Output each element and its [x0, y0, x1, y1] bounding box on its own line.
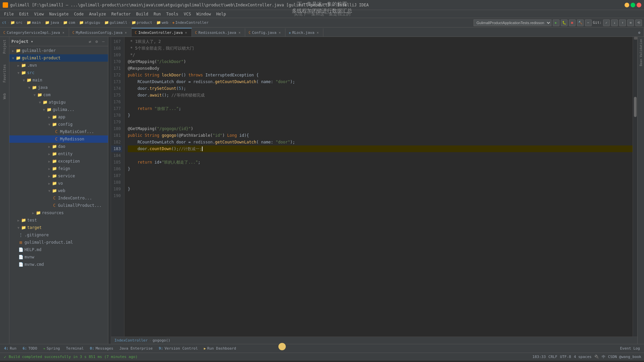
- tab-categoryserviceimpl[interactable]: C CategoryServiceImpl.java ×: [0, 28, 69, 37]
- maximize-button[interactable]: [631, 3, 635, 7]
- tree-vo[interactable]: ▶ 📁 vo: [9, 180, 108, 187]
- tree-config[interactable]: ▼ 📁 config: [9, 121, 108, 128]
- tree-main[interactable]: ▼ 📁 main: [9, 76, 108, 84]
- right-strip-label1[interactable]: Bean Validation: [639, 38, 643, 67]
- git-check[interactable]: ✓: [603, 19, 610, 26]
- tree-service[interactable]: ▶ 📁 service: [9, 172, 108, 180]
- menu-code[interactable]: Code: [71, 11, 87, 17]
- tree-entity[interactable]: ▶ 📁 entity: [9, 150, 108, 158]
- tree-com[interactable]: ▼ 📁 com: [9, 91, 108, 99]
- tree-src[interactable]: ▼ 📁 src: [9, 69, 108, 76]
- menu-analyze[interactable]: Analyze: [86, 11, 109, 17]
- tab-close-myredissonconfig[interactable]: ×: [124, 31, 128, 35]
- nav-indexcontroller[interactable]: ◈IndexController: [172, 20, 209, 25]
- tree-resources[interactable]: ▶ 📁 resources: [9, 209, 108, 217]
- tree-exception[interactable]: ▶ 📁 exception: [9, 158, 108, 165]
- status-encoding[interactable]: UTF-8: [560, 355, 571, 359]
- nav-product[interactable]: 📁product: [131, 20, 152, 25]
- tree-gulimall-product[interactable]: ▼ 📁 gulimall-product: [9, 54, 108, 62]
- bottom-tab-rundashboard[interactable]: ▶ Run Dashboard: [201, 345, 239, 352]
- tree-iml[interactable]: ▤ gulimall-product.iml: [9, 239, 108, 246]
- tree-mvnw[interactable]: 📄 mvnw: [9, 253, 108, 261]
- sidebar-gear-btn[interactable]: ⚙: [94, 39, 99, 44]
- tree-test[interactable]: ▶ 📁 test: [9, 217, 108, 224]
- tree-myredisson[interactable]: C MyRedisson: [9, 135, 108, 143]
- nav-main[interactable]: 📁main: [26, 20, 41, 25]
- tree-app[interactable]: ▶ 📁 app: [9, 113, 108, 121]
- tab-close-indexcontroller[interactable]: ×: [184, 31, 188, 35]
- nav-src[interactable]: 📁src: [10, 20, 22, 25]
- minimize-button[interactable]: [625, 3, 629, 7]
- stop-button[interactable]: ■: [569, 19, 576, 26]
- nav-java[interactable]: 📁java: [45, 20, 59, 25]
- strip-project[interactable]: Project: [2, 38, 7, 55]
- menu-run[interactable]: Run: [151, 11, 164, 17]
- code-content[interactable]: * 1班没人了, 2 * 5个班全部走完，我们可以锁大门 */ @GetMapp…: [124, 37, 633, 337]
- code-area[interactable]: 167 168 169 170 171 172 173 174 175 176 …: [111, 37, 637, 337]
- tab-settings-gear[interactable]: ⚙: [635, 28, 644, 37]
- run-config-select[interactable]: GulimallProductApplicationTests.redisson: [474, 19, 551, 26]
- bottom-tab-versioncontrol[interactable]: 9: Version Control: [156, 345, 201, 352]
- tab-indexcontroller[interactable]: C IndexController.java ×: [131, 28, 192, 37]
- tree-mvn[interactable]: ▶ 📁 .mvn: [9, 62, 108, 69]
- tab-close-categoryserviceimpl[interactable]: ×: [61, 31, 65, 35]
- bottom-tab-terminal[interactable]: Terminal: [63, 345, 87, 352]
- strip-favorites[interactable]: Favorites: [2, 63, 7, 84]
- window-controls[interactable]: [625, 3, 641, 7]
- sidebar-sync-btn[interactable]: ⇄: [87, 39, 93, 44]
- tree-indexcontro[interactable]: C IndexContro...: [9, 194, 108, 202]
- git-update[interactable]: ↓: [611, 19, 618, 26]
- git-history[interactable]: ⟲: [635, 19, 642, 26]
- tab-config[interactable]: C Config.java ×: [245, 28, 285, 37]
- nav-web[interactable]: 📁web: [156, 20, 168, 25]
- menu-view[interactable]: View: [32, 11, 47, 17]
- sidebar-collapse-btn[interactable]: —: [101, 39, 106, 44]
- tab-rlock[interactable]: ◈ RLock.java ×: [285, 28, 323, 37]
- tree-target[interactable]: ▼ 📁 target: [9, 224, 108, 231]
- bottom-tab-eventlog[interactable]: Event Log: [617, 345, 643, 352]
- run-button[interactable]: ▶: [553, 19, 559, 26]
- tab-myredissonconfig[interactable]: C MyRedissonConfig.java ×: [69, 28, 131, 37]
- debug-button[interactable]: 🐛: [561, 19, 568, 26]
- menu-vcs[interactable]: VCS: [181, 11, 194, 17]
- status-indent[interactable]: 4 spaces: [574, 355, 592, 359]
- menu-window[interactable]: Window: [194, 11, 213, 17]
- git-push[interactable]: ↑: [619, 19, 626, 26]
- status-line-ending[interactable]: CRLF: [548, 355, 557, 359]
- tree-gitignore[interactable]: ⋮ .gitignore: [9, 231, 108, 239]
- nav-atguigu[interactable]: 📁atguigu: [79, 20, 100, 25]
- bottom-tab-run[interactable]: 4: Run: [1, 345, 19, 352]
- bottom-tab-javaenterprise[interactable]: Java Enterprise: [117, 345, 155, 352]
- bottom-tab-spring[interactable]: ❧ Spring: [41, 345, 63, 352]
- menu-navigate[interactable]: Navigate: [47, 11, 71, 17]
- status-position[interactable]: 183:33: [532, 355, 546, 359]
- tree-mybatisconf[interactable]: C MyBatisConf...: [9, 128, 108, 135]
- tab-redissonlock[interactable]: C RedissonLock.java ×: [192, 28, 246, 37]
- tab-close-redissonlock[interactable]: ×: [237, 31, 241, 35]
- tree-mvnwcmd[interactable]: 📄 mvnw.cmd: [9, 261, 108, 268]
- menu-tools[interactable]: Tools: [164, 11, 181, 17]
- more-run-btn[interactable]: ⋯: [585, 19, 592, 26]
- tree-dao[interactable]: ▶ 📁 dao: [9, 143, 108, 150]
- tab-close-rlock[interactable]: ×: [316, 31, 320, 35]
- strip-web[interactable]: Web: [2, 92, 7, 101]
- git-stash[interactable]: ≡: [627, 19, 634, 26]
- right-scrollbar[interactable]: [633, 37, 637, 337]
- menu-refactor[interactable]: Refactor: [109, 11, 133, 17]
- tree-helpmd[interactable]: 📄 HELP.md: [9, 246, 108, 253]
- menu-file[interactable]: File: [1, 11, 16, 17]
- menu-edit[interactable]: Edit: [16, 11, 32, 17]
- tree-java[interactable]: ▼ 📁 java: [9, 84, 108, 91]
- tree-feign[interactable]: ▶ 📁 feign: [9, 165, 108, 172]
- bottom-tab-todo[interactable]: 6: TODO: [20, 345, 40, 352]
- menu-build[interactable]: Build: [133, 11, 151, 17]
- menu-help[interactable]: Help: [214, 11, 229, 17]
- build-button[interactable]: 🔨: [577, 19, 584, 26]
- tree-gulimall-order[interactable]: ▶ 📁 gulimall-order: [9, 47, 108, 54]
- tree-gulimallproduct[interactable]: C GulimallProduct...: [9, 202, 108, 209]
- close-button[interactable]: [637, 3, 641, 7]
- nav-ct[interactable]: ct: [2, 20, 6, 25]
- bottom-tab-messages[interactable]: 0: Messages: [87, 345, 116, 352]
- tree-atguigu[interactable]: ▼ 📁 atguigu: [9, 99, 108, 106]
- nav-com[interactable]: 📁com: [63, 20, 75, 25]
